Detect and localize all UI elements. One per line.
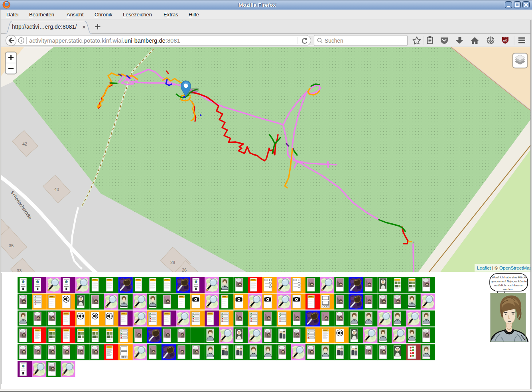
svg-text:26: 26 [182, 268, 187, 272]
svg-text:35: 35 [9, 243, 14, 248]
svg-text:40: 40 [54, 187, 59, 192]
svg-text:33: 33 [17, 268, 22, 272]
svg-text:activitymapper.static.potato.k: activitymapper.static.potato.kinf.wiai.u… [29, 37, 180, 44]
svg-text:uO: uO [503, 39, 508, 42]
svg-text:Mozilla Firefox: Mozilla Firefox [238, 2, 276, 8]
svg-text:werden...: werden... [502, 288, 515, 291]
svg-text:Leaflet | © OpenStreetMap: Leaflet | © OpenStreetMap [477, 265, 532, 270]
svg-text:http://activi…erg.de:8081/: http://activi…erg.de:8081/ [12, 24, 77, 30]
svg-text:42: 42 [22, 142, 27, 146]
svg-text:Wow! Ich habe eine Hürde: Wow! Ich habe eine Hürde [492, 276, 526, 279]
svg-text:Suchen: Suchen [325, 38, 343, 44]
svg-text:natürlich noch besser: natürlich noch besser [494, 284, 524, 287]
svg-text:genommen! Naja, es könnte: genommen! Naja, es könnte [491, 280, 527, 283]
svg-text:✕: ✕ [82, 25, 86, 30]
svg-text:28: 28 [170, 260, 175, 265]
